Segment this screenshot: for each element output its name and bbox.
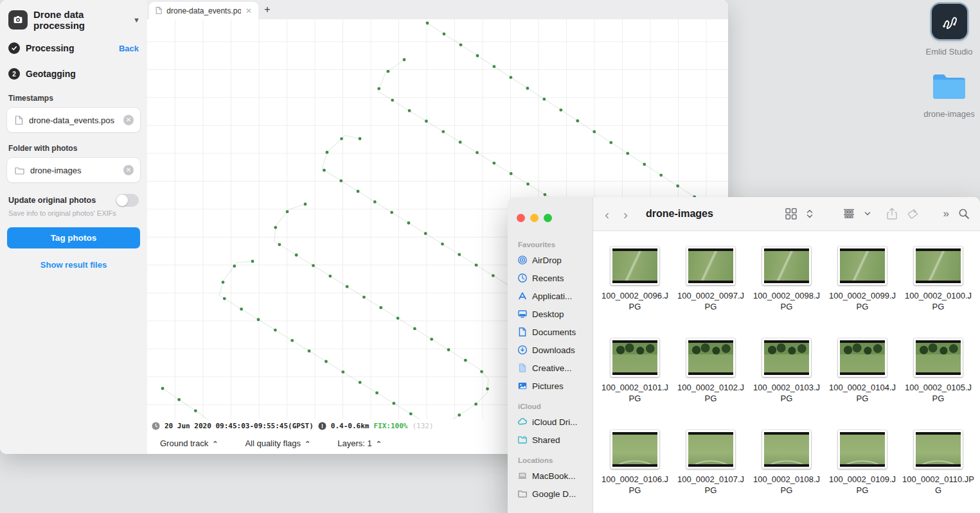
file-name: 100_0002_0109.JPG [826, 474, 898, 496]
file-name: 100_0002_0100.JPG [902, 290, 974, 312]
file-item[interactable]: 100_0002_0107.JPG [673, 430, 749, 513]
sidebar-item-label: MacBook... [532, 471, 576, 481]
ground-track-dropdown[interactable]: Ground track⌃ [160, 439, 218, 448]
sidebar-item-macbook[interactable]: MacBook... [512, 467, 589, 485]
file-item[interactable]: 100_0002_0108.JPG [749, 430, 824, 513]
clear-folder-button[interactable]: ✕ [123, 165, 134, 175]
file-item[interactable]: 100_0002_0102.JPG [673, 338, 749, 430]
sidebar-item-label: Documents [532, 327, 576, 337]
sidebar-item-label: Pictures [532, 381, 564, 391]
file-item[interactable]: 100_0002_0106.JPG [597, 430, 673, 513]
tag-icon[interactable] [907, 208, 919, 220]
file-item[interactable]: 100_0002_0100.JPG [900, 247, 976, 338]
file-item[interactable]: 100_0002_0104.JPG [824, 338, 900, 430]
chevron-down-icon[interactable] [864, 211, 871, 216]
tab-pos-file[interactable]: drone-data_events.pos ✕ [149, 2, 258, 19]
step-processing: Processing Back [8, 42, 139, 54]
close-tab-icon[interactable]: ✕ [245, 6, 252, 15]
back-button[interactable]: Back [119, 44, 139, 53]
file-item[interactable]: 100_0002_0096.JPG [597, 247, 673, 338]
file-item[interactable]: 100_0002_0105.JPG [900, 338, 976, 430]
file-item[interactable]: 100_0002_0097.JPG [673, 247, 749, 338]
group-by-button[interactable] [842, 208, 855, 220]
step-label: Geotagging [26, 69, 76, 79]
back-nav-button[interactable]: ‹ [605, 207, 609, 221]
image-thumbnail [838, 338, 887, 377]
clock-icon [152, 422, 160, 430]
fix-count-value: (132) [412, 422, 433, 430]
shared-icon [517, 435, 528, 445]
finder-file-area: 100_0002_0096.JPG100_0002_0097.JPG100_00… [594, 232, 980, 513]
zoom-window-button[interactable] [544, 214, 552, 222]
airdrop-icon [517, 255, 528, 265]
sidebar-section-header: Favourites [518, 241, 589, 248]
workflow-header[interactable]: Drone data processing ▼ [8, 9, 140, 31]
sidebar-item-label: iCloud Dri... [532, 417, 578, 427]
sidebar-item-downloads[interactable]: Downloads [512, 341, 589, 359]
clear-file-button[interactable]: ✕ [123, 115, 134, 125]
more-toolbar-items-button[interactable]: » [943, 207, 949, 220]
sidebar-item-label: Applicati... [532, 291, 572, 301]
finder-toolbar: ‹ › drone-images » [593, 197, 980, 231]
sidebar-section-header: iCloud [518, 403, 589, 410]
tag-photos-button[interactable]: Tag photos [7, 227, 140, 248]
file-item[interactable]: 100_0002_0098.JPG [749, 247, 824, 338]
folder-icon [15, 166, 24, 175]
share-button[interactable] [886, 207, 898, 220]
image-thumbnail [762, 338, 811, 377]
file-item[interactable]: 100_0002_0101.JPG [597, 338, 673, 430]
sidebar-item-googled[interactable]: Google D... [512, 485, 589, 503]
search-icon[interactable] [958, 208, 970, 220]
file-item[interactable]: 100_0002_0110.JPG [900, 430, 976, 513]
image-thumbnail [914, 247, 963, 285]
sidebar-item-documents[interactable]: Documents [512, 323, 589, 341]
file-item[interactable]: 100_0002_0109.JPG [824, 430, 900, 513]
sidebar-item-desktop[interactable]: Desktop [512, 305, 589, 323]
file-item[interactable]: 100_0002_0099.JPG [824, 247, 900, 338]
icon-view-button[interactable] [785, 207, 797, 220]
sidebar-list: FavouritesAirDropRecentsApplicati...Desk… [508, 233, 592, 503]
pictures-icon [517, 381, 528, 391]
quality-flags-dropdown[interactable]: All quality flags⌃ [245, 439, 310, 448]
photos-folder-input[interactable]: drone-images ✕ [7, 158, 140, 182]
new-tab-button[interactable]: + [258, 4, 276, 15]
desktop-icon-drone-images[interactable]: drone-images [914, 72, 980, 119]
sidebar-item-creative[interactable]: Creative... [512, 359, 589, 377]
time-range-value: 20 Jun 2020 09:45:03-09:55:45(GPST) [165, 422, 314, 430]
timestamps-file-input[interactable]: drone-data_events.pos ✕ [7, 108, 140, 132]
sidebar-item-shared[interactable]: Shared [512, 431, 589, 449]
tab-label: drone-data_events.pos [166, 6, 241, 15]
sidebar-item-airdrop[interactable]: AirDrop [512, 251, 589, 269]
sidebar-item-iclouddri[interactable]: iCloud Dri... [512, 413, 589, 431]
close-window-button[interactable] [517, 214, 525, 222]
file-icon [156, 6, 162, 15]
layers-dropdown[interactable]: Layers: 1⌃ [337, 439, 382, 448]
chevron-down-icon: ▼ [133, 16, 140, 24]
image-thumbnail [762, 247, 811, 285]
sidebar-item-label: Google D... [532, 489, 576, 499]
forward-nav-button[interactable]: › [623, 207, 628, 221]
show-result-files-link[interactable]: Show result files [7, 260, 140, 270]
minimize-window-button[interactable] [530, 214, 539, 222]
view-updown-chevrons-icon[interactable] [806, 209, 813, 219]
image-thumbnail [686, 247, 735, 285]
step-geotagging: 2 Geotagging [8, 68, 139, 80]
folder-icon [931, 72, 967, 101]
sidebar-item-recents[interactable]: Recents [512, 269, 589, 287]
distance-range-value: 0.4-0.6km [331, 422, 370, 430]
image-thumbnail [838, 430, 887, 469]
icloud-icon [517, 417, 528, 427]
file-item[interactable]: 100_0002_0103.JPG [749, 338, 824, 430]
gfolder-icon [517, 489, 528, 499]
emlid-studio-app-icon [932, 4, 967, 39]
update-photos-toggle[interactable] [116, 194, 139, 207]
fix-quality-value: FIX:100% [373, 422, 407, 430]
file-name: 100_0002_0108.JPG [751, 474, 823, 496]
desktop-icon-emlid-studio[interactable]: Emlid Studio [914, 4, 980, 57]
folder-label: Folder with photos [8, 144, 140, 153]
sidebar-item-pictures[interactable]: Pictures [512, 377, 589, 395]
workflow-title: Drone data processing [33, 9, 126, 31]
image-thumbnail [914, 430, 963, 469]
image-thumbnail [610, 247, 659, 285]
sidebar-item-applicati[interactable]: Applicati... [512, 287, 589, 305]
